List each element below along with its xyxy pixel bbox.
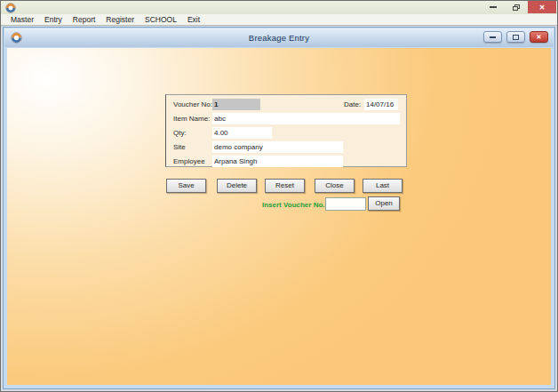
- menu-bar: Master Entry Report Register SCHOOL Exit: [1, 14, 557, 26]
- close-icon: ✕: [539, 4, 546, 12]
- restore-button[interactable]: [505, 1, 528, 13]
- inner-maximize-button[interactable]: [506, 31, 525, 43]
- site-row: Site: [166, 141, 406, 153]
- voucher-no-label: Voucher No:: [173, 99, 212, 110]
- minimize-icon: [490, 36, 496, 38]
- breakage-entry-window: Breakage Entry ✕ Voucher No: Date: Item …: [3, 27, 555, 389]
- menu-item-report[interactable]: Report: [68, 14, 100, 25]
- date-label: Date:: [344, 99, 361, 110]
- close-form-button[interactable]: Close: [315, 179, 355, 193]
- voucher-row: Voucher No: Date:: [166, 99, 406, 110]
- date-field[interactable]: [364, 99, 398, 110]
- outer-titlebar: ✕: [1, 1, 557, 14]
- insert-voucher-label: Insert Voucher No.: [262, 199, 325, 212]
- qty-row: Qty:: [166, 127, 406, 139]
- site-field[interactable]: [212, 141, 343, 153]
- breakage-form-panel: Voucher No: Date: Item Name: Qty: Site: [165, 94, 407, 167]
- menu-item-entry[interactable]: Entry: [40, 14, 67, 25]
- menu-item-school[interactable]: SCHOOL: [140, 14, 181, 25]
- inner-window-controls: ✕: [483, 31, 548, 43]
- form-logo-icon: [11, 32, 22, 44]
- form-content-area: Voucher No: Date: Item Name: Qty: Site: [7, 48, 551, 385]
- window-title: Breakage Entry: [4, 33, 554, 43]
- open-button[interactable]: Open: [368, 196, 400, 211]
- inner-titlebar: Breakage Entry ✕: [4, 28, 554, 47]
- last-button[interactable]: Last: [363, 179, 403, 193]
- employee-row: Employee: [166, 156, 406, 167]
- menu-item-master[interactable]: Master: [6, 14, 38, 25]
- minimize-icon: [490, 6, 497, 8]
- inner-close-button[interactable]: ✕: [530, 31, 548, 43]
- employee-field[interactable]: [212, 156, 343, 167]
- item-name-field[interactable]: [212, 113, 400, 124]
- restore-icon: [513, 4, 520, 11]
- close-button[interactable]: ✕: [528, 1, 556, 13]
- qty-label: Qty:: [173, 127, 187, 139]
- item-name-label: Item Name:: [173, 113, 210, 124]
- menu-item-exit[interactable]: Exit: [183, 14, 204, 25]
- app-logo-icon: [5, 3, 16, 13]
- qty-field[interactable]: [212, 127, 272, 139]
- minimize-button[interactable]: [482, 1, 505, 13]
- inner-minimize-button[interactable]: [483, 31, 502, 43]
- close-icon: ✕: [537, 34, 542, 41]
- site-label: Site: [173, 141, 186, 153]
- voucher-no-field: [212, 99, 260, 110]
- delete-button[interactable]: Delete: [217, 179, 257, 193]
- save-button[interactable]: Save: [166, 179, 206, 193]
- item-name-row: Item Name:: [166, 113, 406, 124]
- maximize-icon: [513, 35, 519, 40]
- menu-item-register[interactable]: Register: [101, 14, 139, 25]
- insert-voucher-input[interactable]: [325, 197, 366, 211]
- outer-window-controls: ✕: [482, 1, 556, 13]
- application-window: ✕ Master Entry Report Register SCHOOL Ex…: [0, 0, 558, 392]
- employee-label: Employee: [173, 156, 205, 167]
- reset-button[interactable]: Reset: [265, 179, 305, 193]
